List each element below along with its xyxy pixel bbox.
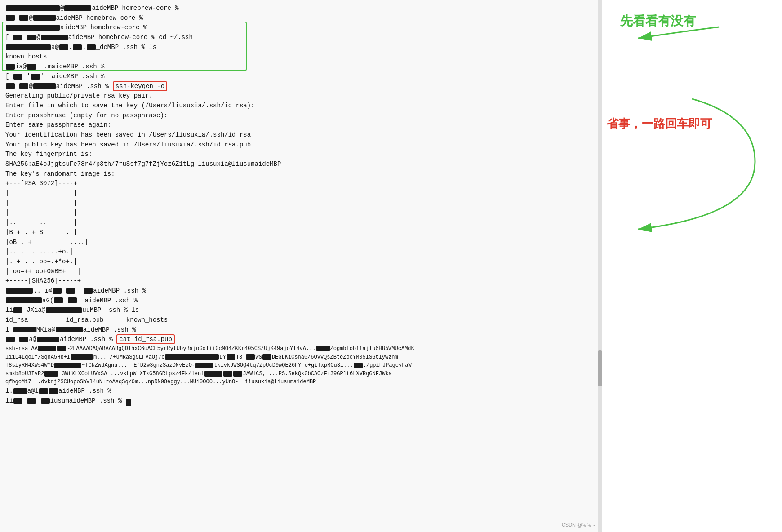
terminal-line: Enter file in which to save the key (/Us… (5, 101, 597, 111)
terminal-line: |B + . + S . | (5, 228, 597, 238)
terminal-line: |.. .. | (5, 218, 597, 228)
terminal-line: Your public key has been saved in /Users… (5, 140, 597, 150)
terminal-line-keygen-prompt: @aideMBP .ssh % ssh-keygen -o (5, 82, 597, 92)
terminal-line: [ '' aideMBP .ssh % (5, 72, 597, 82)
terminal-line: Generating public/private rsa key pair. (5, 91, 597, 101)
terminal-container: @aideMBP homebrew-core % @aideMBP homebr… (0, 0, 602, 532)
terminal-line: Enter passphrase (empty for no passphras… (5, 111, 597, 121)
terminal-line: The key's randomart image is: (5, 169, 597, 179)
terminal-line-cd: [ @aideMBP homebrew-core % cd ~/.ssh (5, 33, 597, 43)
terminal-line: SHA256:aE4oJjgtsuFe78r4/p3th/7ruSsf7g7fZ… (5, 160, 597, 169)
terminal-line: +-----[SHA256]-----+ (5, 276, 597, 286)
terminal-line: Your identification has been saved in /U… (5, 130, 597, 140)
terminal-line-cat-prompt: a@aideMBP .ssh % cat id_rsa.pub (5, 335, 597, 345)
annotation-label-1: 先看看有没有 (620, 13, 696, 30)
terminal-line-sshkey-4: smxb8oU3IvR2 3WtXLXCoLUVxSA ...vkLpW1XIk… (5, 370, 597, 378)
terminal-line-sshkey-3: T8siyRH4XWs4WYD~TCkZwdAgnu... EfD2w3gnzS… (5, 361, 597, 370)
terminal-line: |.. . . .....+o.| (5, 247, 597, 257)
terminal-line-ls2: li JXia@uuMBP .ssh % ls (5, 306, 597, 315)
annotation-arrow-2-svg (602, 90, 773, 243)
scrollbar-thumb[interactable] (598, 350, 602, 386)
terminal-line: ia@ .maideMBP .ssh % (5, 62, 597, 72)
terminal-line: aideMBP homebrew-core % (5, 23, 597, 33)
terminal-line: l MKia@aideMBP .ssh % (5, 325, 597, 335)
watermark: CSDN @宝宝 - (562, 522, 595, 528)
annotation-area: 先看看有没有 省事，一路回车即可 (602, 0, 782, 532)
annotation-label-2: 省事，一路回车即可 (607, 116, 712, 132)
terminal-line-known-hosts: known_hosts (5, 52, 597, 62)
terminal-line: |oB . + ....| (5, 238, 597, 248)
terminal-line: | | (5, 189, 597, 199)
terminal-line-sshkey-5: qfbgoMt7 .dvkrj2SCUopoShVl4uN+roAsqSq/0m… (5, 378, 597, 386)
terminal-line: |. + . . oo+.+*o+.| (5, 257, 597, 267)
terminal-line: .. i@ aideMBP .ssh % (5, 286, 597, 296)
terminal-line: Enter same passphrase again: (5, 120, 597, 130)
terminal-line: @aideMBP homebrew-core % (5, 4, 597, 13)
terminal-line: +---[RSA 3072]----+ (5, 179, 597, 189)
terminal-line: l.a@laideMBP .ssh % (5, 386, 597, 396)
terminal-line: | oo=++ oo+O&BE+ | (5, 267, 597, 277)
terminal-line-sshkey-2: li1L4Lqolf/SqnA5Hb+Im... /+uMRaSg5LFVaOj… (5, 353, 597, 362)
terminal-line: aG( aideMBP .ssh % (5, 296, 597, 306)
terminal-line-sshkey-1: ssh-rsa AA~2EAAAADAQABAAABgQDThxC6uACE5y… (5, 345, 597, 353)
terminal-line-ls-prompt: a@.._deMBP .ssh % ls (5, 43, 597, 53)
terminal-line-cursor: li iusumaideMBP .ssh % (5, 396, 597, 406)
terminal-line-ls-result: id_rsa id_rsa.pub known_hosts (5, 315, 597, 325)
terminal-line: The key fingerprint is: (5, 150, 597, 160)
terminal-line: | | (5, 208, 597, 218)
terminal-line: | | (5, 199, 597, 208)
terminal-line: @aideMBP homebrew-core % (5, 13, 597, 23)
terminal-content: @aideMBP homebrew-core % @aideMBP homebr… (5, 4, 597, 406)
scrollbar[interactable] (598, 0, 602, 532)
